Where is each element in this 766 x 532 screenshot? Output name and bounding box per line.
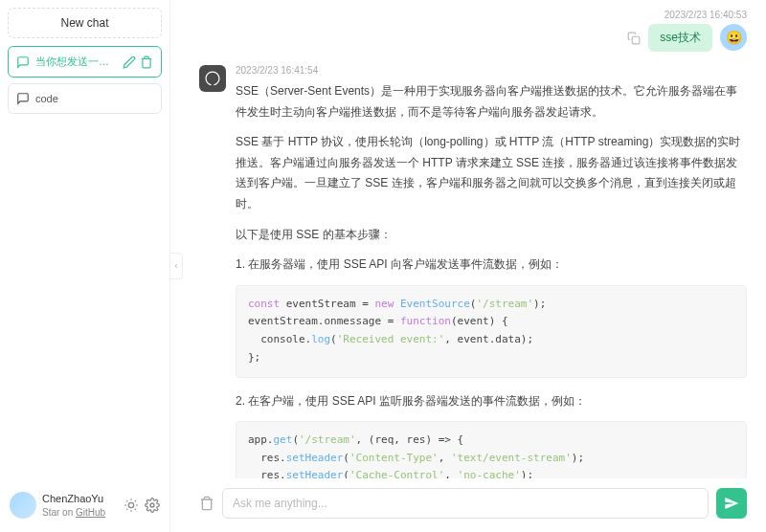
- history-item[interactable]: 当你想发送一张照...: [8, 46, 162, 78]
- history-label: 当你想发送一张照...: [35, 55, 117, 69]
- new-chat-button[interactable]: New chat: [8, 8, 162, 38]
- copy-icon[interactable]: [627, 32, 641, 45]
- sidebar-footer: ChenZhaoYu Star on GitHub: [8, 486, 162, 524]
- user-name: ChenZhaoYu: [42, 492, 118, 505]
- chat-icon: [16, 92, 30, 105]
- user-avatar[interactable]: [10, 492, 36, 519]
- assistant-content: SSE（Server-Sent Events）是一种用于实现服务器向客户端推送数…: [236, 81, 747, 478]
- assistant-message: 2023/2/23 16:41:54 SSE（Server-Sent Event…: [199, 65, 747, 478]
- code-block: app.get('/stream', (req, res) => { res.s…: [236, 421, 747, 478]
- svg-point-1: [150, 503, 154, 507]
- assistant-timestamp: 2023/2/23 16:41:54: [236, 65, 747, 76]
- collapse-sidebar-button[interactable]: ‹: [169, 253, 183, 279]
- input-bar: [170, 478, 766, 532]
- sidebar: New chat 当你想发送一张照... code ChenZhaoYu Sta…: [0, 0, 170, 532]
- chat-scroll[interactable]: 2023/2/23 16:40:53 sse技术 😀 2023/2/23 16:…: [170, 0, 766, 478]
- user-meta: ChenZhaoYu Star on GitHub: [42, 492, 118, 518]
- svg-point-0: [128, 502, 133, 507]
- assistant-avatar: [199, 65, 226, 92]
- user-message: sse技术 😀: [199, 24, 747, 52]
- history-label: code: [35, 93, 153, 104]
- send-button[interactable]: [716, 488, 747, 519]
- code-block: const eventStream = new EventSource('/st…: [236, 285, 747, 378]
- chat-icon: [16, 55, 30, 69]
- svg-rect-2: [633, 36, 641, 44]
- user-avatar-icon: 😀: [720, 24, 747, 51]
- theme-icon[interactable]: [124, 498, 139, 513]
- user-bubble: sse技术: [648, 24, 712, 52]
- user-timestamp: 2023/2/23 16:40:53: [199, 10, 747, 20]
- history-item[interactable]: code: [8, 83, 162, 114]
- clear-icon[interactable]: [199, 496, 214, 511]
- delete-icon[interactable]: [140, 55, 153, 69]
- settings-icon[interactable]: [145, 498, 160, 513]
- input-wrapper: [222, 488, 709, 519]
- github-link[interactable]: GitHub: [76, 507, 105, 518]
- main-panel: ‹ 2023/2/23 16:40:53 sse技术 😀 2023/2/23 1…: [170, 0, 766, 532]
- edit-icon[interactable]: [123, 55, 136, 69]
- message-input[interactable]: [233, 497, 698, 510]
